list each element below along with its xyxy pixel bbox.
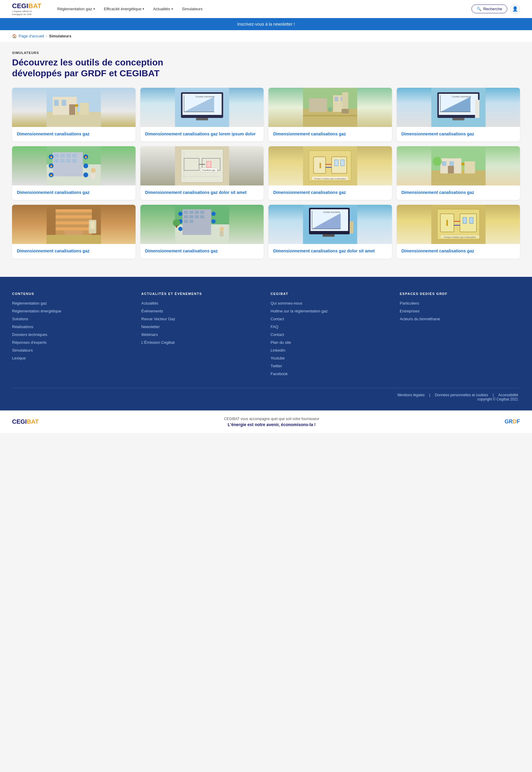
footer-link[interactable]: Lexique — [12, 356, 26, 360]
footer-link[interactable]: FAQ — [271, 325, 278, 329]
footer-link-twitter[interactable]: Twitter — [271, 364, 282, 368]
tagline: L'énergie est notre avenir, économisons-… — [39, 422, 505, 427]
card-2[interactable]: Courbe monotone Dimensionnement canalisa… — [140, 88, 264, 141]
footer-link[interactable]: Solutions — [12, 317, 28, 321]
footer-link[interactable]: Revue Vecteur Gaz — [141, 317, 175, 321]
card-3[interactable]: Dimensionnement canalisations gaz — [268, 88, 392, 141]
site-header: CEGIBAT L'espace officiel et énergique d… — [0, 0, 532, 18]
footer-col-actualites: ACTUALITÉS ET ÉVÈNEMENTS Actualités Évèn… — [141, 292, 261, 379]
logo[interactable]: CEGIBAT L'espace officiel et énergique d… — [12, 2, 42, 16]
chevron-down-icon: ▾ — [171, 7, 173, 11]
svg-rect-142 — [446, 220, 448, 226]
card-12[interactable]: Pompe à chaleur gaz à absorption Dimensi… — [397, 205, 520, 259]
svg-rect-137 — [460, 214, 476, 232]
card-title-3: Dimensionnement canalisations gaz — [273, 131, 387, 136]
card-body-2: Dimensionnement canalisations gaz lorem … — [140, 127, 264, 141]
search-button[interactable]: 🔍 Recherche — [471, 5, 507, 13]
card-8[interactable]: Dimensionnement canalisations gaz — [397, 146, 520, 200]
footer-link[interactable]: Simulateurs — [12, 348, 33, 353]
card-image-9 — [12, 205, 136, 244]
svg-rect-120 — [220, 231, 223, 237]
footer-link-facebook[interactable]: Facebook — [271, 372, 288, 376]
card-image-3 — [268, 88, 392, 127]
footer-links-contenus: Réglementation gaz Réglementation énergé… — [12, 300, 132, 361]
card-body-5: Dimensionnement canalisations gaz — [12, 185, 136, 200]
svg-rect-84 — [442, 161, 446, 166]
svg-rect-85 — [449, 161, 454, 166]
footer-separator: | — [493, 393, 495, 397]
card-image-2: Courbe monotone — [140, 88, 264, 127]
card-image-8 — [397, 146, 520, 185]
card-image-11: Courbe monotone — [268, 205, 392, 244]
card-10[interactable]: Dimensionnement canalisations gaz — [140, 205, 264, 259]
footer-link[interactable]: Plan du site — [271, 340, 291, 345]
bottom-bar-logo[interactable]: CEGIBAT — [12, 418, 39, 425]
svg-rect-44 — [60, 159, 65, 162]
svg-rect-45 — [66, 159, 71, 162]
svg-rect-95 — [56, 221, 92, 225]
card-4[interactable]: Courbe monotone Dimensionnement canalisa… — [397, 88, 520, 141]
cards-grid: Dimensionnement canalisations gaz Courbe… — [12, 88, 520, 259]
nav-simulateurs[interactable]: Simulateurs — [179, 4, 206, 14]
footer-link[interactable]: Contact — [271, 332, 284, 337]
footer-link[interactable]: L'Émission Cegibat — [141, 340, 175, 345]
footer-link[interactable]: Acteurs du biométhane — [400, 317, 440, 321]
footer-link[interactable]: Réponses d'experts — [12, 340, 47, 345]
svg-rect-139 — [469, 218, 473, 224]
main-content: SIMULATEURS Découvrez les outils de conc… — [0, 42, 532, 277]
footer-link[interactable]: Entreprises — [400, 309, 420, 313]
user-icon[interactable]: 👤 — [510, 4, 520, 14]
svg-rect-98 — [47, 235, 101, 244]
footer-mentions[interactable]: Mentions légales — [398, 393, 425, 397]
nav-label: Actualités — [153, 7, 170, 11]
footer-link[interactable]: Dossiers techniques — [12, 332, 47, 337]
footer-link[interactable]: Hotline sur la réglementation gaz — [271, 309, 328, 313]
nav-efficacite[interactable]: Efficacité énergétique ▾ — [101, 4, 147, 14]
card-title-2: Dimensionnement canalisations gaz lorem … — [145, 131, 259, 136]
footer-data[interactable]: Données personnelles et cookies — [435, 393, 488, 397]
footer-link[interactable]: Particuliers — [400, 301, 419, 306]
card-11[interactable]: Courbe monotone Dimensionnement canalisa… — [268, 205, 392, 259]
svg-rect-39 — [54, 154, 59, 157]
card-1[interactable]: Dimensionnement canalisations gaz — [12, 88, 136, 141]
footer-link-linkedin[interactable]: LinkedIn — [271, 348, 285, 353]
card-image-6: Chaufferie gaz — [140, 146, 264, 185]
footer-col-cegibat: CEGIBAT Qui sommes-nous Hotline sur la r… — [271, 292, 391, 379]
footer-link[interactable]: Réglementation gaz — [12, 301, 47, 306]
footer-link[interactable]: Newsletter — [141, 325, 160, 329]
breadcrumb-home[interactable]: Page d'accueil — [19, 34, 44, 38]
footer-accessibility[interactable]: Accessibilité — [498, 393, 518, 397]
footer-links-cegibat: Qui sommes-nous Hotline sur la réglement… — [271, 300, 391, 376]
card-body-4: Dimensionnement canalisations gaz — [397, 127, 520, 141]
svg-rect-63 — [206, 161, 211, 167]
footer-link[interactable]: Webinars — [141, 332, 158, 337]
section-label: SIMULATEURS — [12, 51, 520, 55]
footer: CONTENUS Réglementation gaz Réglementati… — [0, 277, 532, 410]
svg-rect-111 — [200, 215, 204, 218]
grdf-logo[interactable]: GRDF — [505, 419, 520, 425]
footer-link[interactable]: Réalisations — [12, 325, 33, 329]
svg-text:Courbe monotone: Courbe monotone — [323, 211, 340, 213]
breadcrumb-current: Simulateurs — [49, 34, 71, 38]
newsletter-banner[interactable]: Inscrivez-vous à la newsletter ! — [0, 18, 532, 30]
page-title: Découvrez les outils de conception dével… — [12, 57, 193, 79]
card-7[interactable]: Pompe à chaleur gaz à absorption Dimensi… — [268, 146, 392, 200]
nav-actualites[interactable]: Actualités ▾ — [150, 4, 176, 14]
nav-reglementation-gaz[interactable]: Réglementation gaz ▾ — [54, 4, 98, 14]
search-label: Recherche — [483, 7, 502, 11]
card-6[interactable]: Chaufferie gaz Dimensionnement canalisat… — [140, 146, 264, 200]
svg-rect-24 — [342, 109, 349, 113]
footer-link[interactable]: Évènements — [141, 309, 163, 313]
footer-link[interactable]: Qui sommes-nous — [271, 301, 302, 306]
footer-link[interactable]: Réglementation énergétique — [12, 309, 61, 313]
footer-link-youtube[interactable]: Youtube — [271, 356, 285, 360]
svg-rect-96 — [56, 228, 92, 231]
card-9[interactable]: Dimensionnement canalisations gaz — [12, 205, 136, 259]
footer-link[interactable]: Actualités — [141, 301, 158, 306]
svg-rect-105 — [189, 211, 193, 214]
svg-text:Courbe monotone: Courbe monotone — [452, 95, 471, 98]
footer-link[interactable]: Contact — [271, 317, 284, 321]
footer-col-contenus: CONTENUS Réglementation gaz Réglementati… — [12, 292, 132, 379]
card-5[interactable]: 🔥 🔥 🔥 🔥 Dimensionnement canalisations ga… — [12, 146, 136, 200]
nav-right: 🔍 Recherche 👤 — [471, 4, 520, 14]
